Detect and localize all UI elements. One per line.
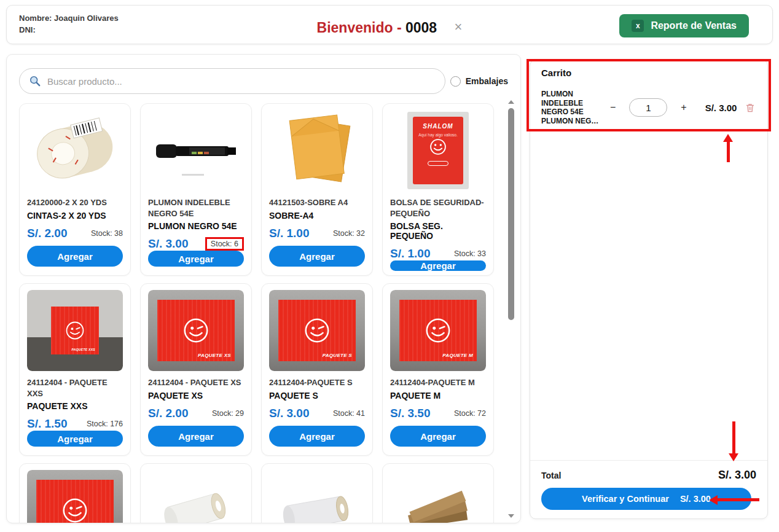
product-image: PAQUETE S (269, 290, 365, 371)
price-row: S/. 3.00 Stock: 41 (269, 407, 365, 420)
decrease-qty-button[interactable]: − (608, 102, 618, 113)
agregar-button[interactable]: Agregar (269, 426, 365, 447)
report-sales-button[interactable]: x Reporte de Ventas (619, 14, 749, 37)
total-value: S/. 3.00 (718, 469, 756, 482)
checkout-amount: S/. 3.00 (680, 494, 711, 504)
product-name: SOBRE-A4 (269, 211, 365, 221)
trash-icon[interactable] (745, 103, 755, 113)
product-card: PAQUETE XS 24112404 - PAQUETE XS PAQUETE… (140, 283, 252, 456)
product-stock: Stock: 38 (91, 229, 123, 238)
price-row: S/. 1.00 Stock: 32 (269, 227, 365, 240)
product-card: PAQUETE M 24112404-PAQUETE M PAQUETE M S… (382, 283, 494, 456)
embalajes-radio[interactable] (450, 76, 461, 87)
product-name: PAQUETE S (269, 391, 365, 401)
catalog-panel: Embalajes 24120000-2 X 20 YDS CINTAS-2 X… (6, 54, 521, 523)
product-stock: Stock: 72 (454, 409, 486, 418)
cart-title: Carrito (541, 68, 571, 78)
product-price: S/. 1.50 (27, 417, 68, 431)
product-code: 24112404 - PAQUETE XXS (27, 377, 123, 399)
agregar-button[interactable]: Agregar (148, 426, 244, 447)
product-image (148, 110, 244, 191)
product-price: S/. 1.00 (269, 227, 310, 240)
agregar-button[interactable]: Agregar (27, 246, 123, 267)
cart-item-price: S/. 3.00 (705, 103, 737, 113)
embalajes-label: Embalajes (466, 76, 508, 86)
product-image: PAQUETE XS (148, 290, 244, 371)
smiley-icon (429, 138, 447, 156)
scroll-up-icon[interactable] (508, 100, 514, 104)
product-card-partial (19, 463, 131, 523)
total-label: Total (541, 471, 561, 480)
search-input[interactable] (47, 76, 436, 87)
product-code: 24120000-2 X 20 YDS (27, 197, 123, 208)
cart-panel: Carrito PLUMON INDELEBLE NEGRO 54E PLUMO… (530, 60, 768, 519)
product-card-partial (261, 463, 373, 523)
box-photo: PAQUETE XS (148, 290, 244, 371)
product-name: PAQUETE XXS (27, 401, 123, 411)
order-code: 0008 (405, 20, 437, 36)
product-stock: Stock: 29 (212, 409, 244, 418)
product-image (148, 470, 244, 523)
scroll-down-icon[interactable] (508, 514, 514, 518)
product-code: 24112404-PAQUETE S (269, 377, 365, 388)
product-price: S/. 3.50 (390, 407, 431, 420)
agregar-button[interactable]: Agregar (148, 251, 244, 267)
product-image: PAQUETE M (390, 290, 486, 371)
catalog-scrollbar[interactable] (507, 100, 515, 518)
product-card: 24120000-2 X 20 YDS CINTAS-2 X 20 YDS S/… (19, 103, 131, 276)
product-code: BOLSA DE SEGURIDAD-PEQUEÑO (390, 197, 486, 219)
product-stock: Stock: 41 (333, 409, 365, 418)
agregar-button[interactable]: Agregar (27, 431, 123, 447)
box-photo: PAQUETE M (390, 290, 486, 371)
price-row: S/. 3.50 Stock: 72 (390, 407, 486, 420)
product-card: SHALOM Aquí hay algo valioso. BOLSA DE S… (382, 103, 494, 276)
product-code: 44121503-SOBRE A4 (269, 197, 365, 208)
shrink-wrap-image (150, 474, 242, 523)
tape-roll-image (29, 114, 121, 187)
search-icon (29, 75, 41, 87)
product-code: 24112404-PAQUETE M (390, 377, 486, 388)
product-name: CINTAS-2 X 20 YDS (27, 211, 123, 221)
product-name: BOLSA SEG. PEQUEÑO (390, 221, 486, 241)
product-image (27, 470, 123, 523)
wink-smiley-icon (424, 316, 452, 345)
report-sales-label: Reporte de Ventas (651, 20, 737, 31)
close-icon[interactable]: × (455, 19, 463, 35)
scrollbar-thumb[interactable] (508, 108, 514, 320)
product-name: PAQUETE M (390, 391, 486, 401)
increase-qty-button[interactable]: + (678, 102, 689, 113)
product-price: S/. 3.00 (148, 237, 189, 251)
product-card: PLUMON INDELEBLE NEGRO 54E PLUMON NEGRO … (140, 103, 252, 276)
marker-image (150, 114, 242, 187)
product-price: S/. 2.00 (148, 407, 189, 420)
agregar-button[interactable]: Agregar (390, 260, 486, 271)
total-row: Total S/. 3.00 (541, 469, 756, 482)
cart-item-name: PLUMON INDELEBLE NEGRO 54E PLUMON NEG… (541, 90, 599, 126)
agregar-button[interactable]: Agregar (390, 426, 486, 447)
product-code: 24112404 - PAQUETE XS (148, 377, 244, 388)
excel-icon: x (632, 20, 644, 32)
header-bar: Nombre: Joaquin Olivares DNI: Bienvenido… (6, 5, 773, 44)
product-code: PLUMON INDELEBLE NEGRO 54E (148, 197, 244, 219)
product-name: PAQUETE XS (148, 391, 244, 401)
product-image (390, 470, 486, 523)
product-image: PAQUETE XXS (27, 290, 123, 371)
product-stock: Stock: 33 (454, 249, 486, 258)
embalajes-option[interactable]: Embalajes (450, 76, 508, 87)
stretch-film-image (271, 474, 363, 523)
search-row: Embalajes (19, 68, 508, 94)
product-card-partial (382, 463, 494, 523)
cardboard-sheets-image (392, 474, 484, 523)
wink-smiley-icon (65, 320, 85, 341)
search-box (19, 68, 445, 94)
product-image: SHALOM Aquí hay algo valioso. (390, 110, 486, 191)
product-stock: Stock: 32 (333, 229, 365, 238)
agregar-button[interactable]: Agregar (269, 246, 365, 267)
cart-item-row: PLUMON INDELEBLE NEGRO 54E PLUMON NEG… −… (541, 90, 760, 126)
quantity-input[interactable] (629, 98, 667, 117)
checkout-button[interactable]: Verificar y Continuar S/. 3.00 (541, 488, 751, 510)
envelopes-image (271, 112, 363, 189)
product-stock: Stock: 176 (87, 420, 123, 428)
box-photo: PAQUETE S (269, 290, 365, 371)
price-row: S/. 2.00 Stock: 38 (27, 227, 123, 240)
